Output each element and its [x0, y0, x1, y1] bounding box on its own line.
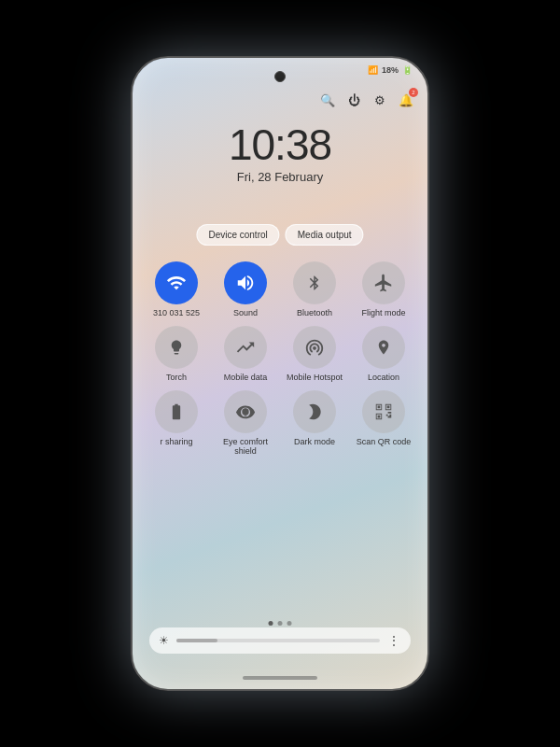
notifications-icon[interactable]: 🔔 2 — [398, 92, 414, 108]
clock-date: Fri, 28 February — [229, 170, 331, 184]
bluetooth-label: Bluetooth — [297, 308, 332, 318]
tile-scan-qr[interactable]: Scan QR code — [351, 390, 416, 458]
qr-icon — [362, 390, 405, 433]
clock-section: 10:38 Fri, 28 February — [229, 123, 331, 184]
eye-comfort-icon — [224, 390, 267, 433]
dot-1 — [269, 621, 273, 626]
hotspot-icon — [293, 326, 336, 369]
clock-time: 10:38 — [229, 123, 331, 166]
tile-wifi[interactable]: 310 031 525 — [144, 261, 209, 318]
more-options-icon[interactable]: ⋮ — [387, 633, 401, 648]
phone-frame: 📶 18% 🔋 🔍 ⏻ ⚙ 🔔 2 10:38 Fri, 28 February… — [131, 56, 429, 691]
tile-torch[interactable]: Torch — [144, 326, 209, 383]
hotspot-label: Mobile Hotspot — [287, 373, 343, 383]
bluetooth-icon — [293, 261, 336, 304]
brightness-icon: ☀ — [159, 634, 169, 647]
tile-hotspot[interactable]: Mobile Hotspot — [282, 326, 347, 383]
pagination-dots — [269, 621, 292, 626]
home-indicator — [243, 676, 317, 680]
quick-settings-grid: 310 031 525 Sound Bluetooth — [144, 261, 416, 457]
top-action-bar: 🔍 ⏻ ⚙ 🔔 2 — [319, 92, 414, 108]
svg-point-0 — [242, 408, 248, 415]
battery-percent: 18% — [382, 65, 399, 75]
torch-icon — [155, 326, 198, 369]
tile-dark-mode[interactable]: Dark mode — [282, 390, 347, 458]
power-sharing-icon — [155, 390, 198, 433]
tile-flight-mode[interactable]: Flight mode — [351, 261, 416, 318]
tab-device-control[interactable]: Device control — [196, 224, 279, 246]
wifi-icon — [155, 261, 198, 304]
tile-mobile-data[interactable]: Mobile data — [213, 326, 278, 383]
tile-bluetooth[interactable]: Bluetooth — [282, 261, 347, 318]
tile-power-sharing[interactable]: r sharing — [144, 390, 209, 458]
sound-label: Sound — [233, 308, 258, 318]
tab-media-output[interactable]: Media output — [286, 224, 364, 246]
torch-label: Torch — [166, 373, 187, 383]
flight-icon — [362, 261, 405, 304]
quick-tabs: Device control Media output — [196, 224, 363, 246]
search-icon[interactable]: 🔍 — [319, 92, 336, 108]
location-icon — [362, 326, 405, 369]
wifi-signal-icon: 📶 — [368, 65, 378, 75]
sound-icon — [224, 261, 267, 304]
wifi-label: 310 031 525 — [153, 308, 200, 318]
tile-eye-comfort[interactable]: Eye comfort shield — [213, 390, 278, 458]
battery-icon-symbol: 🔋 — [402, 65, 413, 75]
power-icon[interactable]: ⏻ — [345, 92, 362, 108]
settings-icon[interactable]: ⚙ — [371, 92, 388, 108]
eye-comfort-label: Eye comfort shield — [213, 437, 278, 458]
dot-3 — [287, 621, 292, 626]
brightness-track — [176, 639, 380, 642]
dark-mode-icon — [293, 390, 336, 433]
location-label: Location — [368, 373, 399, 383]
brightness-fill — [176, 639, 217, 642]
mobile-data-icon — [224, 326, 267, 369]
scan-qr-label: Scan QR code — [357, 437, 412, 447]
tile-sound[interactable]: Sound — [213, 261, 278, 318]
mobile-data-label: Mobile data — [224, 373, 268, 383]
flight-mode-label: Flight mode — [361, 308, 405, 318]
tile-location[interactable]: Location — [351, 326, 416, 383]
dark-mode-label: Dark mode — [294, 437, 335, 447]
notification-badge: 2 — [409, 88, 418, 97]
dot-2 — [278, 621, 283, 626]
status-bar: 📶 18% 🔋 — [368, 65, 413, 75]
power-sharing-label: r sharing — [160, 437, 192, 447]
front-camera — [274, 71, 286, 82]
brightness-bar[interactable]: ☀ ⋮ — [149, 627, 411, 654]
